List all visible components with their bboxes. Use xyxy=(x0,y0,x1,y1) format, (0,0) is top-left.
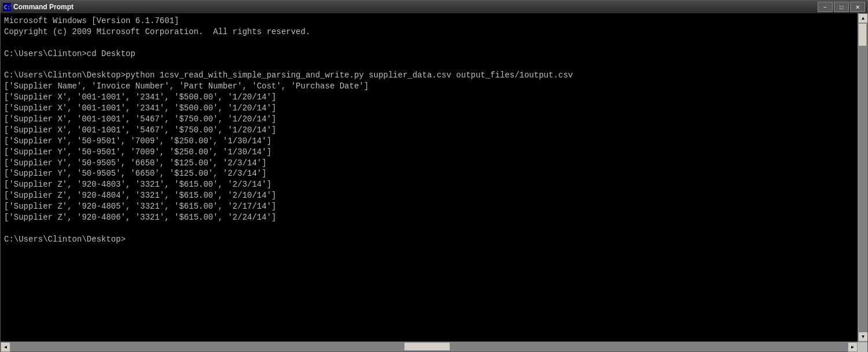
scroll-down-button[interactable]: ▼ xyxy=(858,332,867,342)
title-bar: C:\ Command Prompt − □ ✕ xyxy=(1,1,867,13)
horizontal-scrollbar[interactable]: ◄ ► xyxy=(1,342,867,351)
scroll-right-button[interactable]: ► xyxy=(848,342,858,352)
svg-text:C:\: C:\ xyxy=(4,5,11,10)
cmd-icon: C:\ xyxy=(3,3,11,11)
terminal-output[interactable]: Microsoft Windows [Version 6.1.7601] Cop… xyxy=(1,13,858,342)
minimize-button[interactable]: − xyxy=(818,2,833,12)
maximize-button[interactable]: □ xyxy=(834,2,849,12)
scroll-left-button[interactable]: ◄ xyxy=(1,342,10,352)
scrollbar-corner xyxy=(858,342,867,352)
scroll-track-v[interactable] xyxy=(858,23,867,332)
window-content: Microsoft Windows [Version 6.1.7601] Cop… xyxy=(1,13,867,342)
vertical-scrollbar[interactable]: ▲ ▼ xyxy=(858,13,867,342)
scroll-thumb-h[interactable] xyxy=(404,342,450,351)
window-title: Command Prompt xyxy=(13,3,818,11)
window: C:\ Command Prompt − □ ✕ Microsoft Windo… xyxy=(0,0,868,352)
window-controls: − □ ✕ xyxy=(818,2,865,12)
scroll-thumb-v[interactable] xyxy=(858,23,867,46)
scroll-up-button[interactable]: ▲ xyxy=(858,13,867,23)
close-button[interactable]: ✕ xyxy=(850,2,865,12)
scroll-track-h[interactable] xyxy=(10,342,848,351)
